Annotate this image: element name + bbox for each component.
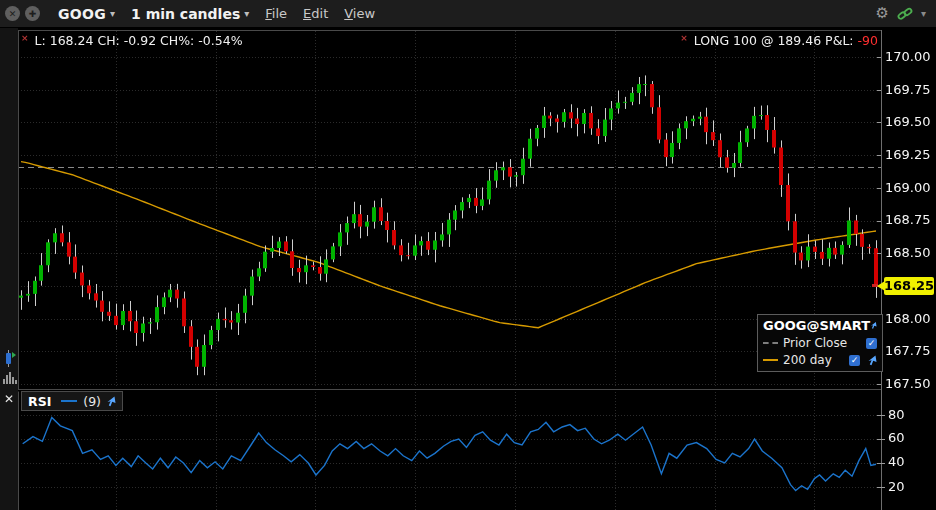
last-label: L: [35,33,46,48]
change-pct-value: -0.54% [198,33,242,48]
rsi-params: (9) [83,394,101,409]
legend-item-200-day: 200 day ✓ [763,353,877,367]
chevron-down-icon[interactable]: ▾ [921,8,926,19]
cursor-icon[interactable] [870,320,877,331]
window-add-button[interactable]: ✚ [25,6,40,21]
price-tick-label: 168.00 [885,311,933,326]
change-value: -0.92 [124,33,156,48]
trading-chart-window: ✕ ✚ GOOG ▾ 1 min candles ▾ File Edit Vie… [0,0,936,510]
cursor-icon[interactable] [867,355,877,366]
interval-dropdown[interactable]: 1 min candles [131,6,240,22]
legend-item-label: 200 day [783,353,832,367]
volume-tool-icon[interactable] [3,370,17,384]
rsi-header-button[interactable]: RSI (9) [21,391,123,411]
ma200-line-sample [763,359,778,361]
price-tick-label: 170.00 [885,49,933,64]
quote-line: × L: 168.24 CH: -0.92 CH%: -0.54% [21,33,243,48]
legend-item-label: Prior Close [783,336,847,350]
legend-title: GOOG@SMART [763,318,870,333]
price-tick-label: 169.50 [885,114,933,129]
rsi-close-icon[interactable]: ✕ [4,392,14,406]
menu-file[interactable]: File [265,6,287,21]
candle-tool-icon[interactable] [4,350,16,367]
last-value: 168.24 [50,33,94,48]
prior-close-line-sample [763,342,778,344]
chart-legend: GOOG@SMART Prior Close ✓ 200 day ✓ [757,314,883,372]
ma200-checkbox[interactable]: ✓ [849,355,860,366]
rsi-tick-label: 20 [888,479,928,494]
rsi-tick-label: 60 [888,430,928,445]
position-line: × LONG 100 @ 189.46 P&L: -90 [680,33,878,48]
price-tick-label: 169.25 [885,147,933,162]
cursor-icon[interactable] [106,396,116,407]
price-tick-label: 168.75 [885,212,933,227]
close-icon[interactable]: × [21,33,29,43]
last-price-tag: 168.25 [884,277,934,295]
change-pct-label: CH%: [160,33,194,48]
rsi-title: RSI [28,394,51,409]
menu-edit[interactable]: Edit [303,6,328,21]
window-close-button[interactable]: ✕ [5,6,20,21]
chevron-down-icon[interactable]: ▾ [110,8,115,19]
prior-close-checkbox[interactable]: ✓ [866,338,877,349]
change-label: CH: [97,33,119,48]
toolbar: ✕ ✚ GOOG ▾ 1 min candles ▾ File Edit Vie… [0,0,936,28]
close-icon[interactable]: × [680,33,688,43]
chevron-down-icon[interactable]: ▾ [244,8,249,19]
rsi-tick-label: 40 [888,454,928,469]
rsi-tick-label: 80 [888,407,928,422]
gear-icon[interactable]: ⚙ [876,6,889,21]
position-text: LONG 100 @ 189.46 P&L: [694,33,854,48]
price-tick-label: 167.75 [885,343,933,358]
pnl-value: -90 [858,33,878,48]
link-icon[interactable] [897,7,913,21]
price-tick-label: 168.50 [885,245,933,260]
symbol-dropdown[interactable]: GOOG [58,6,106,22]
chart-canvas[interactable] [0,0,936,510]
price-tick-label: 169.00 [885,180,933,195]
price-tick-label: 167.50 [885,376,933,391]
menu-view[interactable]: View [344,6,375,21]
rsi-line-sample [61,400,77,402]
legend-item-prior-close: Prior Close ✓ [763,336,877,350]
price-tick-label: 169.75 [885,82,933,97]
